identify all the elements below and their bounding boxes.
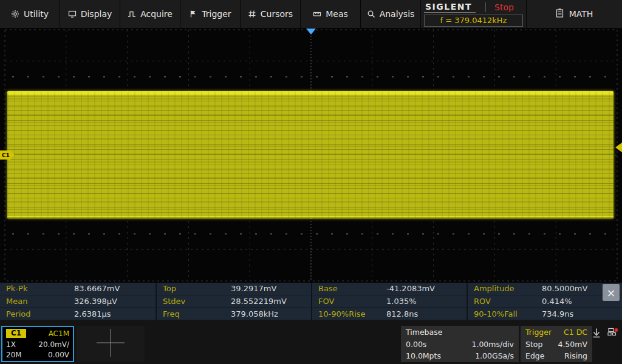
channel1-waveform-trace bbox=[7, 91, 613, 218]
trigger-frequency-readout: f = 379.0412kHz bbox=[424, 15, 523, 27]
trigger-status: Stop bbox=[525, 340, 542, 349]
menu-acquire[interactable]: Acquire bbox=[120, 0, 180, 28]
measurement-label: Period bbox=[6, 309, 74, 318]
run-stop-status: Stop bbox=[485, 2, 514, 12]
measurement-label: Amplitude bbox=[474, 284, 542, 293]
measurement-value: 2.6381µs bbox=[74, 309, 111, 318]
measurement-label: ROV bbox=[474, 297, 542, 306]
channel1-probe: 1X bbox=[6, 340, 16, 349]
measurement-fall: 90-10%Fall734.9ns bbox=[466, 308, 622, 320]
menu-utility-label: Utility bbox=[24, 9, 49, 19]
timebase-box[interactable]: Timebase 0.00s 1.00ms/div 10.0Mpts 1.00G… bbox=[401, 326, 519, 362]
trigger-level: 4.50mV bbox=[558, 340, 587, 349]
timebase-title: Timebase bbox=[406, 328, 442, 337]
trigger-source: C1 DC bbox=[564, 328, 587, 337]
menu-analysis[interactable]: Analysis bbox=[361, 0, 421, 28]
ruler-icon bbox=[313, 10, 321, 18]
oscilloscope-screen: Utility Display Acquire Trigger Cursors … bbox=[0, 0, 622, 364]
measurement-fov: FOV1.035% bbox=[311, 295, 466, 308]
measurement-period: Period2.6381µs bbox=[0, 308, 156, 320]
measurement-pkpk: Pk-Pk83.6667mV bbox=[0, 283, 156, 295]
menu-acquire-label: Acquire bbox=[140, 9, 173, 19]
trigger-box[interactable]: Trigger C1 DC Stop 4.50mV Edge Rising bbox=[521, 326, 592, 362]
menu-meas-label: Meas bbox=[326, 9, 348, 19]
measurement-label: 10-90%Rise bbox=[318, 309, 386, 318]
channel1-scale: 20.0mV/ bbox=[38, 340, 69, 349]
flag-icon bbox=[189, 10, 197, 18]
menu-analysis-label: Analysis bbox=[380, 9, 415, 19]
measurement-amplitude: Amplitude80.5000mV bbox=[466, 283, 622, 295]
measurement-label: Mean bbox=[6, 297, 74, 306]
measurement-base: Base-41.2083mV bbox=[311, 283, 466, 295]
channel1-chip: C1 bbox=[6, 329, 26, 338]
timebase-sample-rate: 1.00GSa/s bbox=[475, 351, 514, 360]
siglent-logo: SIGLENT bbox=[424, 2, 476, 13]
cursors-icon bbox=[248, 10, 256, 18]
measurement-label: Stdev bbox=[163, 297, 231, 306]
top-menu-bar: Utility Display Acquire Trigger Cursors … bbox=[0, 0, 622, 28]
magnifier-icon bbox=[367, 10, 375, 18]
measurement-grid: Pk-Pk83.6667mV Top39.2917mV Base-41.2083… bbox=[0, 283, 622, 320]
menu-cursors-label: Cursors bbox=[261, 9, 293, 19]
gear-icon bbox=[11, 10, 19, 18]
measurement-label: FOV bbox=[318, 297, 386, 306]
menu-math[interactable]: MATH bbox=[527, 0, 622, 28]
measurement-panel: Pk-Pk83.6667mV Top39.2917mV Base-41.2083… bbox=[0, 283, 622, 320]
menu-trigger-label: Trigger bbox=[202, 9, 231, 19]
menu-display[interactable]: Display bbox=[60, 0, 120, 28]
measurement-value: 0.414% bbox=[542, 297, 572, 306]
channel1-descriptor-box[interactable]: C1 AC1M 1X 20.0mV/ 20M 0.00V bbox=[1, 326, 74, 362]
menu-display-label: Display bbox=[81, 9, 112, 19]
measurement-rise: 10-90%Rise812.8ns bbox=[311, 308, 466, 320]
brand-block: SIGLENT Stop f = 379.0412kHz bbox=[421, 0, 527, 28]
measurement-label: 90-10%Fall bbox=[474, 309, 542, 318]
trigger-type: Edge bbox=[525, 351, 544, 360]
monitor-icon bbox=[68, 10, 77, 18]
trigger-position-marker[interactable] bbox=[306, 29, 316, 35]
network-printer-icon[interactable] bbox=[607, 328, 618, 340]
io-icons bbox=[592, 328, 618, 341]
measurement-value: 812.8ns bbox=[386, 309, 418, 318]
trigger-level-marker[interactable] bbox=[615, 143, 622, 152]
channel1-coupling: AC1M bbox=[49, 329, 69, 338]
menu-utility[interactable]: Utility bbox=[0, 0, 60, 28]
menu-meas[interactable]: Meas bbox=[301, 0, 361, 28]
bottom-status-bar: C1 AC1M 1X 20.0mV/ 20M 0.00V Timebase 0.… bbox=[0, 320, 622, 364]
waveform-display[interactable]: C1 bbox=[0, 28, 622, 283]
measurement-value: 1.035% bbox=[386, 297, 417, 306]
pulse-icon bbox=[128, 10, 136, 18]
menu-cursors[interactable]: Cursors bbox=[241, 0, 301, 28]
trigger-title: Trigger bbox=[525, 328, 552, 337]
measurement-value: 326.398µV bbox=[74, 297, 117, 306]
menu-math-label: MATH bbox=[569, 9, 593, 19]
measurement-top: Top39.2917mV bbox=[156, 283, 311, 295]
channel1-offset: 0.00V bbox=[48, 351, 69, 359]
trigger-slope: Rising bbox=[564, 351, 587, 360]
menu-trigger[interactable]: Trigger bbox=[180, 0, 241, 28]
measurement-mean: Mean326.398µV bbox=[0, 295, 156, 308]
measurement-close-button[interactable]: × bbox=[603, 284, 620, 301]
measurement-label: Freq bbox=[163, 309, 231, 318]
measurement-value: 83.6667mV bbox=[74, 284, 120, 293]
measurement-value: -41.2083mV bbox=[386, 284, 435, 293]
measurement-value: 734.9ns bbox=[542, 309, 573, 318]
plus-icon bbox=[97, 329, 125, 359]
measurement-stdev: Stdev28.552219mV bbox=[156, 295, 311, 308]
add-channel-slot[interactable] bbox=[77, 326, 145, 362]
measurement-label: Top bbox=[163, 284, 231, 293]
measurement-label: Pk-Pk bbox=[6, 284, 74, 293]
measurement-value: 80.5000mV bbox=[542, 284, 587, 293]
clipboard-icon bbox=[556, 8, 564, 19]
measurement-value: 28.552219mV bbox=[231, 297, 287, 306]
measurement-value: 39.2917mV bbox=[231, 284, 276, 293]
download-arrow-icon[interactable] bbox=[592, 328, 601, 341]
measurement-rov: ROV0.414% bbox=[466, 295, 622, 308]
measurement-freq: Freq379.058kHz bbox=[156, 308, 311, 320]
timebase-memory: 10.0Mpts bbox=[406, 351, 441, 360]
timebase-delay: 0.00s bbox=[406, 340, 426, 349]
channel1-bandwidth: 20M bbox=[6, 351, 22, 359]
timebase-scale: 1.00ms/div bbox=[471, 340, 514, 349]
measurement-label: Base bbox=[318, 284, 386, 293]
measurement-value: 379.058kHz bbox=[231, 309, 278, 318]
